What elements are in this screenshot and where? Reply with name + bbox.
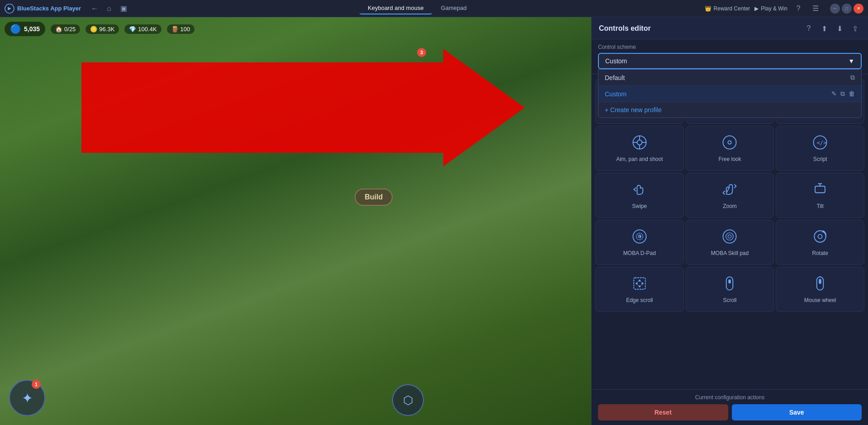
scheme-label: Control scheme bbox=[598, 44, 862, 50]
svg-marker-41 bbox=[641, 282, 644, 285]
control-free-look[interactable]: Free look bbox=[686, 126, 774, 171]
help-button[interactable]: ? bbox=[792, 2, 805, 15]
control-swipe[interactable]: Swipe bbox=[595, 173, 684, 218]
main-area: 🔵 5,035 🏠 0/25 🪙 96.3K 💎 100.4K 🪵 bbox=[0, 17, 868, 425]
svg-marker-40 bbox=[636, 282, 638, 285]
hud-housing: 🏠 0/25 bbox=[51, 24, 80, 34]
bluestacks-icon bbox=[5, 4, 14, 14]
tilt-label: Tilt bbox=[816, 203, 824, 210]
windows-button[interactable]: ▣ bbox=[117, 2, 130, 15]
window-controls: ─ □ ✕ bbox=[830, 4, 863, 14]
edit-custom-icon[interactable]: ✎ bbox=[831, 90, 837, 98]
moba-skill-icon bbox=[720, 227, 740, 246]
rotate-icon bbox=[810, 227, 830, 246]
top-tabs: Keyboard and mouse Gamepad bbox=[133, 2, 701, 14]
build-label: Build bbox=[355, 189, 393, 206]
control-aim-pan-shoot[interactable]: Aim, pan and shoot bbox=[595, 126, 684, 171]
control-script[interactable]: </> Script bbox=[776, 126, 864, 171]
control-edge-scroll[interactable]: Edge scroll bbox=[595, 267, 684, 312]
dropdown-chevron-icon: ▼ bbox=[848, 57, 854, 65]
game-area: 🔵 5,035 🏠 0/25 🪙 96.3K 💎 100.4K 🪵 bbox=[0, 17, 591, 425]
reset-button[interactable]: Reset bbox=[598, 404, 728, 420]
svg-marker-39 bbox=[638, 286, 641, 288]
top-bar: BlueStacks App Player ← ⌂ ▣ Keyboard and… bbox=[0, 0, 868, 17]
share-icon-button[interactable]: ⇪ bbox=[849, 23, 861, 34]
aim-icon bbox=[630, 132, 650, 152]
rotate-label: Rotate bbox=[812, 250, 828, 257]
hud-mana: 💎 100.4K bbox=[124, 24, 161, 34]
maximize-button[interactable]: □ bbox=[842, 4, 852, 14]
play-win[interactable]: ▶ Play & Win bbox=[754, 5, 787, 12]
zoom-label: Zoom bbox=[723, 203, 737, 210]
control-mouse-wheel[interactable]: Mouse wheel bbox=[776, 267, 864, 312]
moba-dpad-icon: 6 bbox=[630, 227, 650, 246]
red-arrow bbox=[36, 44, 534, 171]
moba-dpad-label: MOBA D-Pad bbox=[623, 250, 656, 257]
tab-keyboard-mouse[interactable]: Keyboard and mouse bbox=[360, 2, 432, 14]
scroll-icon bbox=[720, 274, 740, 293]
nav-buttons: ← ⌂ ▣ bbox=[88, 2, 130, 15]
badge-3: 3 bbox=[417, 48, 426, 57]
controls-row-4: 6 MOBA D-Pad MOBA Skill pad bbox=[595, 220, 864, 265]
close-button[interactable]: ✕ bbox=[854, 4, 863, 14]
tab-gamepad[interactable]: Gamepad bbox=[433, 2, 475, 14]
control-moba-dpad[interactable]: 6 MOBA D-Pad bbox=[595, 220, 684, 265]
app-logo: BlueStacks App Player bbox=[5, 4, 81, 14]
create-new-profile-button[interactable]: + Create new profile bbox=[598, 102, 861, 118]
tilt-icon bbox=[810, 179, 830, 199]
copy-custom-icon[interactable]: ⧉ bbox=[840, 90, 845, 98]
svg-rect-26 bbox=[815, 186, 825, 193]
save-button[interactable]: Save bbox=[732, 404, 862, 420]
control-moba-skill[interactable]: MOBA Skill pad bbox=[686, 220, 774, 265]
controls-row-2: Aim, pan and shoot Free look bbox=[595, 126, 864, 171]
game-hud: 🔵 5,035 🏠 0/25 🪙 96.3K 💎 100.4K 🪵 bbox=[5, 22, 591, 36]
svg-point-34 bbox=[814, 231, 825, 242]
scheme-dropdown-wrapper: Custom ▼ Default ⧉ Custom ✎ bbox=[598, 53, 862, 69]
svg-point-33 bbox=[728, 235, 731, 238]
control-rotate[interactable]: Rotate bbox=[776, 220, 864, 265]
mouse-wheel-icon bbox=[810, 274, 830, 293]
dropdown-item-default[interactable]: Default ⧉ bbox=[598, 70, 861, 86]
app-name: BlueStacks App Player bbox=[17, 5, 81, 12]
controls-row-5: Edge scroll Scroll bbox=[595, 267, 864, 312]
zoom-icon bbox=[720, 179, 740, 199]
import-icon-button[interactable]: ⬆ bbox=[818, 23, 830, 34]
scheme-dropdown-button[interactable]: Custom ▼ bbox=[598, 53, 862, 69]
control-tilt[interactable]: Tilt bbox=[776, 173, 864, 218]
custom-item-actions: ✎ ⧉ 🗑 bbox=[831, 90, 855, 98]
free-look-label: Free look bbox=[718, 156, 741, 163]
menu-button[interactable]: ☰ bbox=[809, 2, 822, 15]
delete-custom-icon[interactable]: 🗑 bbox=[849, 90, 855, 98]
minimize-button[interactable]: ─ bbox=[830, 4, 840, 14]
hud-gold: 🪙 96.3K bbox=[85, 24, 119, 34]
reward-center[interactable]: 👑 Reward Center bbox=[705, 5, 750, 12]
help-icon-button[interactable]: ? bbox=[803, 23, 815, 34]
scroll-label: Scroll bbox=[723, 297, 736, 304]
dropdown-item-custom[interactable]: Custom ✎ ⧉ 🗑 bbox=[598, 86, 861, 102]
control-zoom[interactable]: Zoom bbox=[686, 173, 774, 218]
aim-label: Aim, pan and shoot bbox=[616, 156, 663, 163]
config-actions-label: Current configuration actions bbox=[598, 394, 862, 401]
copy-default-icon[interactable]: ⧉ bbox=[850, 74, 855, 81]
hud-wood: 🪵 100 bbox=[167, 24, 195, 34]
default-item-actions: ⧉ bbox=[850, 74, 855, 81]
sidebar: Controls editor ? ⬆ ⬇ ⇪ Control scheme C… bbox=[591, 17, 868, 425]
sidebar-title: Controls editor bbox=[599, 24, 651, 33]
edge-scroll-label: Edge scroll bbox=[626, 297, 653, 304]
svg-point-16 bbox=[637, 140, 642, 145]
svg-marker-38 bbox=[638, 279, 641, 282]
script-icon: </> bbox=[810, 132, 830, 152]
back-button[interactable]: ← bbox=[88, 2, 101, 15]
free-look-icon bbox=[720, 132, 740, 152]
svg-marker-2 bbox=[81, 49, 525, 166]
moba-skill-label: MOBA Skill pad bbox=[711, 250, 749, 257]
svg-point-23 bbox=[729, 141, 731, 143]
swipe-label: Swipe bbox=[632, 203, 647, 210]
mouse-wheel-label: Mouse wheel bbox=[804, 297, 836, 304]
svg-text:6: 6 bbox=[638, 235, 640, 238]
sidebar-header: Controls editor ? ⬆ ⬇ ⇪ bbox=[592, 17, 868, 39]
svg-rect-45 bbox=[819, 279, 821, 284]
control-scroll[interactable]: Scroll bbox=[686, 267, 774, 312]
home-button[interactable]: ⌂ bbox=[103, 2, 115, 15]
export-icon-button[interactable]: ⬇ bbox=[834, 23, 845, 34]
